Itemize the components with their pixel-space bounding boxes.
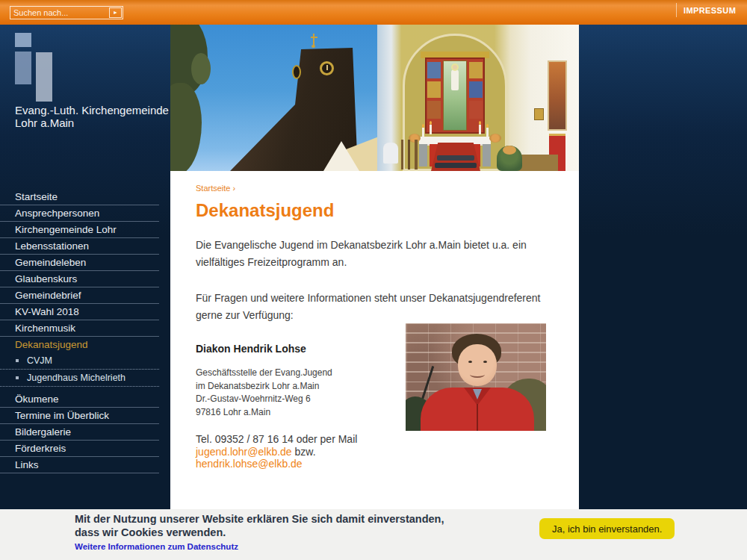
email-line-2: hendrik.lohse@elkb.de <box>196 458 558 470</box>
altarpiece-panel <box>469 81 483 98</box>
baptismal-font <box>383 143 398 164</box>
candle <box>479 125 481 134</box>
sidebar-item-dekanatsjugend-active[interactable]: Dekanatsjugend <box>0 337 159 352</box>
search-submit-icon: ► <box>113 10 118 15</box>
bullet-icon <box>16 359 19 362</box>
privacy-info-link[interactable]: Weitere Informationen zum Datenschutz <box>75 542 238 551</box>
portrait-photo <box>406 323 546 431</box>
site-title-line2: Lohr a.Main <box>15 116 169 129</box>
candle <box>486 128 489 137</box>
plant-flowers <box>503 146 516 155</box>
sidebar-item-bildergalerie[interactable]: Bildergalerie <box>0 424 159 441</box>
man-smile <box>470 371 485 378</box>
man-eye <box>468 361 472 363</box>
sidebar-subitem-jugendhaus-michelrieth[interactable]: Jugendhaus Michelrieth <box>0 370 159 387</box>
cookie-accept-button[interactable]: Ja, ich bin einverstanden. <box>539 518 675 539</box>
altarpiece-panel <box>427 81 441 98</box>
altar-pillar <box>483 144 491 167</box>
tower-clock-side <box>292 65 301 79</box>
sidebar-navigation: Startseite Ansprechpersonen Kirchengemei… <box>0 189 170 473</box>
altarpiece-panel <box>469 62 483 78</box>
impressum-link[interactable]: IMPRESSUM <box>684 6 736 15</box>
logo-square-1 <box>15 33 31 47</box>
sidebar-item-termine-im-ueberblick[interactable]: Termine im Überblick <box>0 408 159 424</box>
christ-figure <box>451 69 459 90</box>
flower-bouquet <box>489 134 501 143</box>
tower-clock-front <box>320 61 334 75</box>
wall-tapestry <box>548 60 567 131</box>
tower-finial-ball <box>311 45 315 48</box>
cookie-message-line1: Mit der Nutzung unserer Website erklären… <box>75 513 444 526</box>
christ-figure-head <box>453 65 457 69</box>
altarpiece-panel <box>427 101 441 119</box>
bullet-icon <box>16 376 19 379</box>
church-interior-photo <box>377 25 579 171</box>
man-face <box>458 344 497 386</box>
impressum-separator <box>676 3 677 17</box>
sidebar-subitem-cvjm[interactable]: CVJM <box>0 352 159 370</box>
content-column: Startseite › Dekanatsjugend Die Evangeli… <box>170 25 579 509</box>
intro-paragraph: Die Evangelische Jugend im Dekanatsbezir… <box>196 237 563 271</box>
search-input[interactable] <box>10 8 108 17</box>
cookie-message: Mit der Nutzung unserer Website erklären… <box>75 513 444 539</box>
altar-step <box>437 155 474 161</box>
sidebar-item-foerderkreis[interactable]: Förderkreis <box>0 441 159 457</box>
breadcrumb: Startseite › <box>196 184 558 193</box>
sidebar-item-kirchengemeinde-lohr[interactable]: Kirchengemeinde Lohr <box>0 222 159 238</box>
contact-phone-email: Tel. 09352 / 87 16 14 oder per Mail juge… <box>196 433 558 470</box>
page-title: Dekanatsjugend <box>196 200 558 221</box>
lectern <box>401 140 418 169</box>
logo-square-3 <box>36 52 52 102</box>
sidebar-item-gemeindeleben[interactable]: Gemeindeleben <box>0 255 159 271</box>
cookie-message-line2: dass wir Cookies verwenden. <box>75 526 444 540</box>
wall-icon <box>534 108 544 120</box>
breadcrumb-separator: › <box>233 184 236 193</box>
breadcrumb-home-link[interactable]: Startseite <box>196 184 230 193</box>
sidebar-item-kirchenmusik[interactable]: Kirchenmusik <box>0 320 159 337</box>
site-title-line1: Evang.-Luth. Kirchengemeinde <box>15 104 169 116</box>
sidebar-item-lebensstationen[interactable]: Lebensstationen <box>0 238 159 255</box>
sidebar-item-gemeindebrief[interactable]: Gemeindebrief <box>0 287 159 304</box>
header-photos <box>170 25 579 171</box>
sidebar-item-links[interactable]: Links <box>0 457 159 473</box>
sidebar-item-glaubenskurs[interactable]: Glaubenskurs <box>0 271 159 287</box>
email-link-jugend[interactable]: jugend.lohr@elkb.de <box>196 446 292 458</box>
sidebar-item-kv-wahl-2018[interactable]: KV-Wahl 2018 <box>0 304 159 320</box>
cookie-consent-bar: Mit der Nutzung unserer Website erklären… <box>0 509 747 560</box>
search-submit-button[interactable]: ► <box>109 7 122 18</box>
altarpiece-panel <box>469 101 483 119</box>
tree-shape <box>191 53 211 84</box>
top-bar: ► IMPRESSUM <box>0 0 747 25</box>
altar-step <box>435 163 477 168</box>
sidebar-item-ansprechpersonen[interactable]: Ansprechpersonen <box>0 205 159 222</box>
site-title: Evang.-Luth. Kirchengemeinde Lohr a.Main <box>15 104 169 129</box>
altar-pillar <box>419 144 427 167</box>
church-tower-photo <box>170 25 377 171</box>
logo-square-2 <box>15 52 31 84</box>
sidebar-subitem-label: Jugendhaus Michelrieth <box>27 373 125 383</box>
sidebar-subitem-label: CVJM <box>27 355 52 366</box>
candle <box>430 125 432 134</box>
tree-shape <box>170 83 202 171</box>
jacket-zipper <box>477 404 478 431</box>
email-suffix: bzw. <box>292 446 316 458</box>
email-line-1: jugend.lohr@elkb.de bzw. <box>196 446 558 458</box>
sidebar-item-oekumene[interactable]: Ökumene <box>0 391 159 408</box>
sidebar-item-startseite[interactable]: Startseite <box>0 189 159 205</box>
man-eye <box>483 361 487 363</box>
candle <box>422 128 424 137</box>
phone-line: Tel. 09352 / 87 16 14 oder per Mail <box>196 433 558 446</box>
search-box: ► <box>10 6 123 19</box>
info-paragraph: Für Fragen und weitere Informationen ste… <box>196 290 563 324</box>
altarpiece-panel <box>427 62 441 78</box>
email-link-hendrik[interactable]: hendrik.lohse@elkb.de <box>196 458 303 470</box>
tower-cross <box>311 37 317 38</box>
wood-pew <box>516 155 558 171</box>
